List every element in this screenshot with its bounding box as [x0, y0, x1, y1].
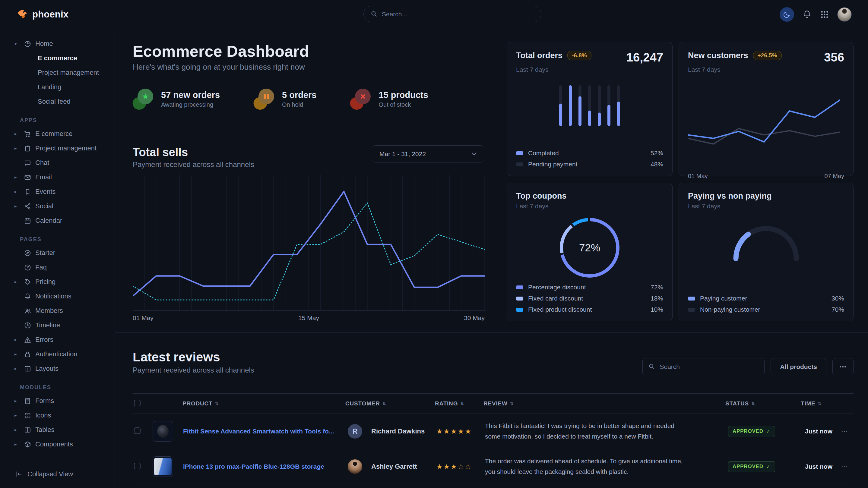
collapse-sidebar-button[interactable]: Collapsed View [0, 460, 115, 488]
theme-toggle-button[interactable] [780, 7, 794, 22]
check-icon: ✓ [766, 428, 771, 435]
tag-icon [24, 278, 31, 286]
product-thumbnail[interactable] [153, 421, 173, 442]
bell-icon [24, 293, 31, 300]
sidebar-item-ecommerce[interactable]: E commerce [14, 51, 115, 65]
customer-avatar[interactable]: R [348, 424, 362, 438]
sidebar-item-starter[interactable]: Starter [14, 246, 115, 260]
top-coupons-donut-chart[interactable]: 72% [559, 218, 620, 278]
sidebar-item-social[interactable]: ▸ Social [14, 199, 115, 214]
sidebar-item-components[interactable]: ▸ Components [14, 437, 115, 452]
notifications-button[interactable] [802, 10, 812, 19]
sidebar-item-faq[interactable]: Faq [14, 260, 115, 274]
global-search-input[interactable] [364, 6, 541, 22]
sidebar-item-members[interactable]: Members [14, 303, 115, 318]
sidebar-item-social-feed[interactable]: Social feed [14, 94, 115, 109]
total-orders-value: 16,247 [626, 51, 663, 64]
sidebar-item-events[interactable]: ▸ Events [14, 185, 115, 199]
reviews-more-button[interactable]: ⋯ [832, 358, 854, 375]
pie-chart-icon [24, 40, 31, 47]
product-thumbnail[interactable] [153, 456, 173, 477]
row-checkbox[interactable] [134, 463, 141, 469]
sort-icon: ⇅ [460, 401, 464, 406]
sidebar-item-errors[interactable]: ▸ Errors [14, 332, 115, 347]
customer-name: Ashley Garrett [371, 463, 417, 470]
clock-icon [24, 322, 31, 329]
reviews-search-input[interactable] [642, 358, 765, 375]
sidebar-item-notifications[interactable]: Notifications [14, 289, 115, 303]
sidebar-item-project-management-app[interactable]: ▸ Project management [14, 141, 115, 156]
product-link[interactable]: Fitbit Sense Advanced Smartwatch with To… [183, 428, 334, 435]
new-customers-card: New customers +26.5% 356 Last 7 days 01 … [679, 42, 854, 176]
column-review[interactable]: REVIEW⇅ [484, 400, 725, 407]
status-badge: APPROVED✓ [728, 461, 775, 472]
total-orders-legend: Completed 52% Pending payment 48% [516, 150, 663, 168]
sidebar-item-timeline[interactable]: Timeline [14, 318, 115, 332]
new-customers-value: 356 [824, 51, 844, 64]
sidebar-item-tables[interactable]: ▸ Tables [14, 423, 115, 437]
user-avatar[interactable] [837, 7, 852, 22]
top-coupons-card: Top coupons Last 7 days 72% Percentage d… [507, 183, 673, 321]
caret-down-icon: ▾ [14, 41, 20, 46]
review-text: This Fitbit is fantastic! I was trying t… [484, 421, 690, 442]
order-stats-row: ★ 57 new orders Awating processing 5 ord… [133, 89, 501, 110]
all-products-button[interactable]: All products [771, 358, 826, 375]
apps-menu-button[interactable] [820, 10, 829, 19]
sidebar-item-calendar[interactable]: Calendar [14, 214, 115, 228]
new-customers-badge: +26.5% [753, 51, 782, 60]
caret-right-icon: ▸ [14, 203, 20, 209]
sidebar-item-icons[interactable]: ▸ Icons [14, 408, 115, 423]
table-row-partial [133, 484, 854, 488]
select-all-checkbox[interactable] [134, 400, 141, 406]
customer-avatar[interactable] [348, 459, 362, 474]
caret-right-icon: ▸ [14, 145, 20, 151]
reviews-table: PRODUCT⇅ CUSTOMER⇅ RATING⇅ REVIEW⇅ STATU… [133, 393, 854, 488]
table-row: Fitbit Sense Advanced Smartwatch with To… [133, 414, 854, 449]
product-link[interactable]: iPhone 13 pro max-Pacific Blue-128GB sto… [183, 463, 324, 470]
caret-right-icon: ▸ [14, 131, 20, 136]
sort-icon: ⇅ [215, 401, 219, 406]
sidebar-item-layouts[interactable]: ▸ Layouts [14, 361, 115, 376]
users-icon [24, 307, 31, 315]
global-search [364, 6, 541, 22]
new-customers-line-chart[interactable]: 01 May 07 May [688, 85, 844, 180]
column-status[interactable]: STATUS⇅ [725, 400, 801, 407]
total-sells-header: Total sells Payment received across all … [133, 145, 501, 169]
sidebar-section-apps: APPS [20, 117, 115, 124]
sidebar-section-modules: MODULES [20, 384, 115, 391]
sidebar-item-forms[interactable]: ▸ Forms [14, 394, 115, 408]
sort-icon: ⇅ [751, 401, 755, 406]
summary-cards-grid: Total orders -6.8% 16,247 Last 7 days Co… [501, 29, 868, 332]
dashboard-top-section: Ecommerce Dashboard Here's what's going … [115, 29, 868, 333]
brand-name: phoenix [32, 9, 68, 20]
sidebar-item-chat[interactable]: Chat [14, 156, 115, 170]
sidebar-item-pricing[interactable]: ▸ Pricing [14, 274, 115, 289]
sidebar-item-authentication[interactable]: ▸ Authentication [14, 347, 115, 361]
row-checkbox[interactable] [134, 427, 141, 434]
sidebar-item-landing[interactable]: Landing [14, 80, 115, 94]
caret-right-icon: ▸ [14, 398, 20, 403]
total-orders-bar-chart[interactable] [559, 85, 620, 126]
reviews-subtitle: Payment received across all channels [133, 366, 254, 375]
total-sells-line-chart[interactable] [133, 175, 485, 311]
collapse-arrow-icon [15, 470, 23, 478]
column-product[interactable]: PRODUCT⇅ [151, 400, 345, 407]
sidebar-group-home[interactable]: ▾ Home [14, 36, 115, 51]
brand-logo[interactable]: phoenix [0, 8, 116, 21]
date-range-select[interactable]: Mar 1 - 31, 2022 [372, 145, 484, 162]
review-time: Just now [801, 463, 835, 470]
sidebar-item-project-management[interactable]: Project management [14, 65, 115, 80]
sort-icon: ⇅ [510, 401, 514, 406]
row-more-button[interactable]: ⋯ [835, 427, 854, 435]
row-more-button[interactable]: ⋯ [835, 463, 854, 471]
paying-gauge-chart[interactable] [727, 222, 805, 264]
column-rating[interactable]: RATING⇅ [435, 400, 484, 407]
warning-triangle-icon [24, 336, 31, 344]
total-sells-subtitle: Payment received across all channels [133, 160, 254, 169]
caret-right-icon: ▸ [14, 337, 20, 343]
sidebar-item-ecommerce-app[interactable]: ▸ E commerce [14, 127, 115, 141]
column-customer[interactable]: CUSTOMER⇅ [345, 400, 435, 407]
search-icon [648, 363, 655, 370]
sidebar-item-email[interactable]: ▸ Email [14, 170, 115, 185]
column-time[interactable]: TIME⇅ [801, 400, 835, 407]
